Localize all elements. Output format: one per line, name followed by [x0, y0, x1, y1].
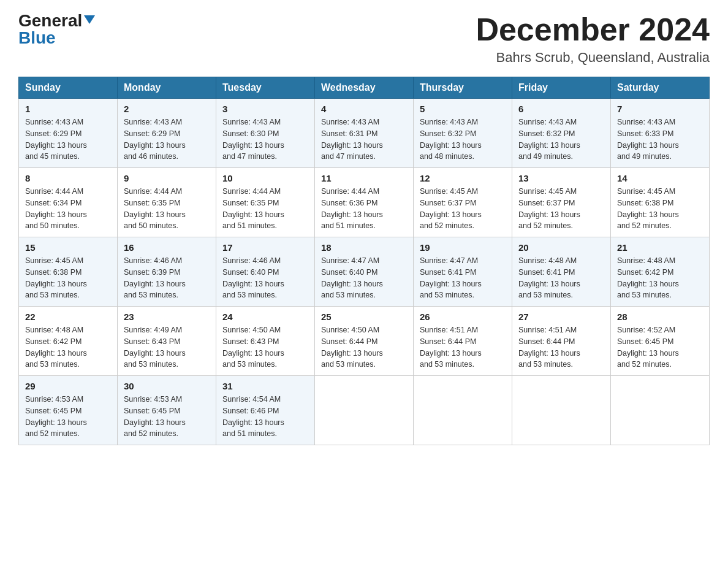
day-number: 20	[518, 242, 604, 253]
day-number: 11	[321, 173, 407, 183]
day-number: 21	[617, 242, 703, 253]
calendar-week-row: 1Sunrise: 4:43 AMSunset: 6:29 PMDaylight…	[19, 99, 710, 168]
day-number: 28	[617, 312, 703, 322]
day-number: 25	[321, 312, 407, 322]
day-number: 17	[222, 242, 308, 253]
calendar-day-cell: 29Sunrise: 4:53 AMSunset: 6:45 PMDayligh…	[19, 376, 118, 445]
day-number: 29	[25, 381, 111, 391]
day-info: Sunrise: 4:43 AMSunset: 6:31 PMDaylight:…	[321, 117, 407, 163]
weekday-header-row: SundayMondayTuesdayWednesdayThursdayFrid…	[19, 77, 710, 99]
day-info: Sunrise: 4:45 AMSunset: 6:38 PMDaylight:…	[25, 255, 111, 301]
day-info: Sunrise: 4:43 AMSunset: 6:33 PMDaylight:…	[617, 117, 703, 163]
day-info: Sunrise: 4:44 AMSunset: 6:34 PMDaylight:…	[25, 186, 111, 232]
day-number: 4	[321, 104, 407, 114]
day-number: 1	[25, 104, 111, 114]
calendar-week-row: 15Sunrise: 4:45 AMSunset: 6:38 PMDayligh…	[19, 237, 710, 307]
day-number: 22	[25, 312, 111, 322]
day-info: Sunrise: 4:44 AMSunset: 6:35 PMDaylight:…	[222, 186, 308, 232]
empty-cell	[315, 376, 414, 445]
calendar-week-row: 8Sunrise: 4:44 AMSunset: 6:34 PMDaylight…	[19, 168, 710, 237]
day-number: 30	[124, 381, 210, 391]
day-info: Sunrise: 4:43 AMSunset: 6:32 PMDaylight:…	[420, 117, 506, 163]
day-number: 9	[124, 173, 210, 183]
calendar-day-cell: 10Sunrise: 4:44 AMSunset: 6:35 PMDayligh…	[216, 168, 315, 237]
calendar-day-cell: 17Sunrise: 4:46 AMSunset: 6:40 PMDayligh…	[216, 237, 315, 307]
day-number: 16	[124, 242, 210, 253]
day-info: Sunrise: 4:46 AMSunset: 6:39 PMDaylight:…	[124, 255, 210, 301]
calendar-day-cell: 13Sunrise: 4:45 AMSunset: 6:37 PMDayligh…	[512, 168, 611, 237]
day-info: Sunrise: 4:51 AMSunset: 6:44 PMDaylight:…	[420, 324, 506, 370]
page-location: Bahrs Scrub, Queensland, Australia	[476, 50, 710, 66]
day-number: 5	[420, 104, 506, 114]
day-number: 13	[518, 173, 604, 183]
day-number: 14	[617, 173, 703, 183]
calendar-day-cell: 16Sunrise: 4:46 AMSunset: 6:39 PMDayligh…	[118, 237, 216, 307]
weekday-header-friday: Friday	[512, 77, 611, 99]
calendar-day-cell: 12Sunrise: 4:45 AMSunset: 6:37 PMDayligh…	[414, 168, 512, 237]
day-number: 7	[617, 104, 703, 114]
day-info: Sunrise: 4:53 AMSunset: 6:45 PMDaylight:…	[124, 394, 210, 440]
page-header: General Blue December 2024 Bahrs Scrub, …	[18, 12, 710, 66]
day-info: Sunrise: 4:50 AMSunset: 6:43 PMDaylight:…	[222, 324, 308, 370]
calendar-day-cell: 25Sunrise: 4:50 AMSunset: 6:44 PMDayligh…	[315, 307, 414, 376]
calendar-day-cell: 30Sunrise: 4:53 AMSunset: 6:45 PMDayligh…	[118, 376, 216, 445]
empty-cell	[414, 376, 512, 445]
day-info: Sunrise: 4:50 AMSunset: 6:44 PMDaylight:…	[321, 324, 407, 370]
calendar-day-cell: 21Sunrise: 4:48 AMSunset: 6:42 PMDayligh…	[611, 237, 710, 307]
day-info: Sunrise: 4:43 AMSunset: 6:30 PMDaylight:…	[222, 117, 308, 163]
calendar-day-cell: 24Sunrise: 4:50 AMSunset: 6:43 PMDayligh…	[216, 307, 315, 376]
calendar-day-cell: 9Sunrise: 4:44 AMSunset: 6:35 PMDaylight…	[118, 168, 216, 237]
day-number: 10	[222, 173, 308, 183]
calendar-day-cell: 15Sunrise: 4:45 AMSunset: 6:38 PMDayligh…	[19, 237, 118, 307]
calendar-day-cell: 8Sunrise: 4:44 AMSunset: 6:34 PMDaylight…	[19, 168, 118, 237]
weekday-header-saturday: Saturday	[611, 77, 710, 99]
logo-blue: Blue	[18, 28, 56, 47]
calendar-table: SundayMondayTuesdayWednesdayThursdayFrid…	[18, 77, 710, 445]
day-info: Sunrise: 4:45 AMSunset: 6:38 PMDaylight:…	[617, 186, 703, 232]
svg-marker-0	[84, 15, 95, 24]
calendar-day-cell: 1Sunrise: 4:43 AMSunset: 6:29 PMDaylight…	[19, 99, 118, 168]
calendar-day-cell: 14Sunrise: 4:45 AMSunset: 6:38 PMDayligh…	[611, 168, 710, 237]
weekday-header-thursday: Thursday	[414, 77, 512, 99]
weekday-header-tuesday: Tuesday	[216, 77, 315, 99]
day-number: 8	[25, 173, 111, 183]
day-number: 26	[420, 312, 506, 322]
day-info: Sunrise: 4:48 AMSunset: 6:41 PMDaylight:…	[518, 255, 604, 301]
day-info: Sunrise: 4:49 AMSunset: 6:43 PMDaylight:…	[124, 324, 210, 370]
calendar-day-cell: 6Sunrise: 4:43 AMSunset: 6:32 PMDaylight…	[512, 99, 611, 168]
calendar-day-cell: 5Sunrise: 4:43 AMSunset: 6:32 PMDaylight…	[414, 99, 512, 168]
day-number: 15	[25, 242, 111, 253]
day-info: Sunrise: 4:51 AMSunset: 6:44 PMDaylight:…	[518, 324, 604, 370]
logo: General Blue	[18, 12, 95, 47]
day-info: Sunrise: 4:52 AMSunset: 6:45 PMDaylight:…	[617, 324, 703, 370]
title-block: December 2024 Bahrs Scrub, Queensland, A…	[476, 12, 710, 66]
empty-cell	[512, 376, 611, 445]
logo-triangle-icon	[84, 15, 95, 24]
weekday-header-wednesday: Wednesday	[315, 77, 414, 99]
calendar-day-cell: 4Sunrise: 4:43 AMSunset: 6:31 PMDaylight…	[315, 99, 414, 168]
weekday-header-sunday: Sunday	[19, 77, 118, 99]
calendar-day-cell: 26Sunrise: 4:51 AMSunset: 6:44 PMDayligh…	[414, 307, 512, 376]
calendar-day-cell: 19Sunrise: 4:47 AMSunset: 6:41 PMDayligh…	[414, 237, 512, 307]
day-number: 6	[518, 104, 604, 114]
calendar-day-cell: 18Sunrise: 4:47 AMSunset: 6:40 PMDayligh…	[315, 237, 414, 307]
day-number: 12	[420, 173, 506, 183]
day-info: Sunrise: 4:54 AMSunset: 6:46 PMDaylight:…	[222, 394, 308, 440]
day-info: Sunrise: 4:45 AMSunset: 6:37 PMDaylight:…	[518, 186, 604, 232]
day-info: Sunrise: 4:44 AMSunset: 6:35 PMDaylight:…	[124, 186, 210, 232]
calendar-day-cell: 31Sunrise: 4:54 AMSunset: 6:46 PMDayligh…	[216, 376, 315, 445]
day-info: Sunrise: 4:43 AMSunset: 6:32 PMDaylight:…	[518, 117, 604, 163]
day-number: 23	[124, 312, 210, 322]
day-info: Sunrise: 4:45 AMSunset: 6:37 PMDaylight:…	[420, 186, 506, 232]
calendar-week-row: 29Sunrise: 4:53 AMSunset: 6:45 PMDayligh…	[19, 376, 710, 445]
logo-general: General	[18, 12, 82, 29]
calendar-day-cell: 20Sunrise: 4:48 AMSunset: 6:41 PMDayligh…	[512, 237, 611, 307]
day-number: 31	[222, 381, 308, 391]
calendar-day-cell: 11Sunrise: 4:44 AMSunset: 6:36 PMDayligh…	[315, 168, 414, 237]
day-info: Sunrise: 4:46 AMSunset: 6:40 PMDaylight:…	[222, 255, 308, 301]
calendar-day-cell: 2Sunrise: 4:43 AMSunset: 6:29 PMDaylight…	[118, 99, 216, 168]
weekday-header-monday: Monday	[118, 77, 216, 99]
day-number: 3	[222, 104, 308, 114]
day-info: Sunrise: 4:43 AMSunset: 6:29 PMDaylight:…	[124, 117, 210, 163]
calendar-day-cell: 7Sunrise: 4:43 AMSunset: 6:33 PMDaylight…	[611, 99, 710, 168]
